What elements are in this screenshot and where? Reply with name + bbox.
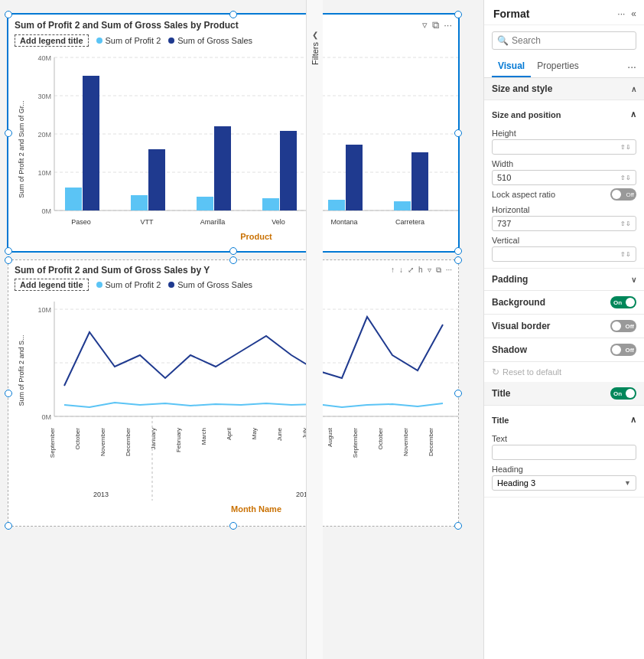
resize-handle-ml2[interactable] (5, 390, 12, 397)
horizontal-stepper[interactable]: ⇧⇩ (620, 220, 631, 227)
title-switch[interactable]: On (610, 387, 636, 400)
text-label: Text (492, 434, 636, 443)
panel-more-icon[interactable]: ··· (617, 8, 625, 19)
resize-handle-tm2[interactable] (229, 256, 237, 264)
legend-title-box2[interactable]: Add legend title (15, 279, 89, 291)
vertical-input[interactable]: ⇧⇩ (492, 246, 636, 262)
svg-text:40M: 40M (37, 54, 51, 62)
horizontal-field[interactable] (497, 219, 604, 228)
filter-icon2[interactable]: ▿ (428, 266, 431, 275)
heading-dropdown[interactable]: Heading 3 ▼ (492, 475, 636, 491)
height-input[interactable]: ⇧⇩ (492, 139, 636, 155)
panel-collapse-icon[interactable]: « (631, 8, 636, 19)
resize-handle-tm[interactable] (229, 11, 237, 18)
heading-chevron[interactable]: ▼ (624, 479, 631, 487)
resize-handle-bl[interactable] (5, 247, 12, 255)
svg-text:Month Name: Month Name (231, 504, 281, 514)
shadow-section-header[interactable]: Shadow Off (484, 338, 644, 362)
resize-handle-mr2[interactable] (454, 390, 462, 397)
size-style-section-header[interactable]: Size and style ∧ (484, 78, 644, 100)
shadow-knob (612, 345, 621, 354)
title-sub-label: Title (492, 416, 509, 425)
legend-label-profit2: Sum of Profit 2 (106, 280, 161, 289)
bar-chart-container[interactable]: Sum of Profit 2 and Sum of Gross Sales b… (8, 14, 459, 252)
svg-rect-13 (83, 76, 99, 210)
width-field[interactable] (497, 173, 604, 182)
resize-handle-bm[interactable] (229, 247, 237, 255)
svg-text:Carretera: Carretera (395, 218, 424, 226)
tab-visual[interactable]: Visual (492, 56, 531, 77)
search-icon: 🔍 (497, 35, 509, 46)
vertical-stepper[interactable]: ⇧⇩ (620, 251, 631, 258)
background-switch[interactable]: On (610, 296, 636, 308)
tab-more[interactable]: ··· (627, 60, 636, 73)
line-chart-svg: Sum of Profit 2 and S... 10M 0M Sep (15, 294, 466, 524)
resize-handle-br[interactable] (454, 247, 462, 255)
svg-rect-25 (346, 145, 363, 210)
svg-text:November: November (402, 428, 409, 456)
resize-handle-mr[interactable] (454, 129, 462, 137)
resize-handle-tl[interactable] (5, 11, 12, 18)
width-stepper[interactable]: ⇧⇩ (620, 175, 631, 181)
title-toggle-row: On (610, 387, 636, 400)
svg-text:December: December (428, 428, 434, 456)
background-on-label: On (613, 299, 622, 306)
svg-rect-19 (214, 126, 231, 210)
more-icon2[interactable]: ··· (446, 266, 452, 275)
expand-icon2[interactable]: ⧉ (436, 266, 441, 275)
height-field[interactable] (497, 142, 604, 152)
title-subsection-header[interactable]: Title ∧ (492, 412, 636, 429)
line-chart-container[interactable]: Sum of Profit 2 and Sum of Gross Sales b… (8, 259, 459, 527)
resize-handle-bl2[interactable] (5, 522, 12, 530)
lock-off-label: Off (626, 191, 634, 198)
lock-switch[interactable]: Off (610, 188, 636, 201)
title-section-body: Title ∧ Text Heading Heading 3 ▼ (484, 406, 644, 498)
search-box[interactable]: 🔍 (492, 31, 636, 50)
filters-strip[interactable]: ❮ Filters (306, 0, 323, 659)
svg-text:May: May (251, 428, 258, 439)
panel-header-icons: ··· « (617, 8, 636, 19)
resize-handle-ml[interactable] (5, 129, 12, 137)
resize-handle-tr[interactable] (454, 11, 462, 18)
expand-icon[interactable]: ⧉ (432, 19, 439, 31)
text-input[interactable] (492, 445, 636, 460)
sort-asc-icon[interactable]: ↑ (391, 266, 395, 275)
text-field[interactable] (497, 448, 631, 457)
shadow-switch[interactable]: Off (610, 344, 636, 356)
expand-cols-icon[interactable]: ⤢ (408, 266, 414, 275)
visual-border-section-header[interactable]: Visual border Off (484, 315, 644, 338)
resize-handle-br2[interactable] (454, 522, 462, 530)
filters-label[interactable]: Filters (311, 42, 320, 65)
horizontal-input[interactable]: ⇧⇩ (492, 216, 636, 231)
svg-text:Product: Product (240, 232, 272, 241)
svg-rect-12 (65, 188, 82, 210)
more-icon[interactable]: ··· (444, 19, 452, 31)
resize-handle-tl2[interactable] (5, 256, 12, 264)
height-stepper[interactable]: ⇧⇩ (620, 144, 631, 151)
width-input[interactable]: ⇧⇩ (492, 170, 636, 185)
resize-handle-bm2[interactable] (229, 522, 237, 530)
bar-icon[interactable]: h (418, 266, 423, 275)
sort-desc-icon[interactable]: ↓ (399, 266, 403, 275)
size-position-chevron: ∧ (630, 109, 636, 119)
resize-handle-tr2[interactable] (454, 256, 462, 264)
search-input[interactable] (512, 35, 631, 46)
size-style-body: Size and position ∧ Height ⇧⇩ Width ⇧⇩ L… (484, 100, 644, 269)
size-position-header[interactable]: Size and position ∧ (492, 106, 636, 124)
svg-text:VTT: VTT (141, 218, 154, 226)
bar-y-axis-title: Sum of Profit 2 and Sum of Gr... (18, 100, 25, 198)
svg-rect-16 (148, 149, 165, 210)
vertical-field[interactable] (497, 250, 604, 259)
visual-border-switch[interactable]: Off (610, 320, 636, 332)
background-section-header[interactable]: Background On (484, 291, 644, 315)
padding-section-header[interactable]: Padding ∨ (484, 269, 644, 291)
tabs-row: Visual Properties ··· (484, 56, 644, 78)
filters-chevron[interactable]: ❮ (312, 31, 318, 39)
tab-properties[interactable]: Properties (531, 56, 585, 77)
svg-text:February: February (175, 428, 182, 452)
legend-title-box[interactable]: Add legend title (15, 34, 89, 47)
svg-text:0M: 0M (41, 207, 51, 215)
title-section-header[interactable]: Title On (484, 382, 644, 406)
svg-rect-22 (280, 131, 297, 210)
filter-icon[interactable]: ▿ (422, 19, 428, 31)
